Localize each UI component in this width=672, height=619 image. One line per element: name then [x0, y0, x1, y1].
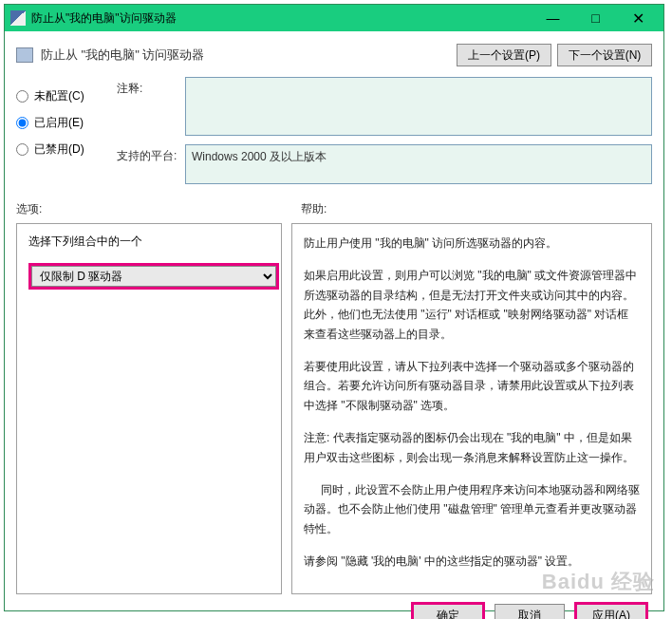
radio-disabled-label: 已禁用(D)	[34, 141, 84, 158]
minimize-button[interactable]: —	[532, 5, 574, 31]
gp-editor-window: 防止从"我的电脑"访问驱动器 — □ ✕ 防止从 "我的电脑" 访问驱动器 上一…	[4, 4, 664, 611]
close-button[interactable]: ✕	[617, 5, 660, 31]
help-p0: 防止用户使用 "我的电脑" 访问所选驱动器的内容。	[304, 234, 640, 253]
panes-labels: 选项: 帮助:	[16, 201, 652, 217]
options-pane: 选择下列组合中的一个 仅限制 D 驱动器	[16, 223, 282, 594]
platform-row: 支持的平台: Windows 2000 及以上版本	[117, 144, 652, 184]
radio-enabled-label: 已启用(E)	[34, 115, 84, 131]
help-p1: 如果启用此设置，则用户可以浏览 "我的电脑" 或文件资源管理器中所选驱动器的目录…	[304, 266, 640, 344]
help-p4: 同时，此设置不会防止用户使用程序来访问本地驱动器和网络驱动器。也不会防止他们使用…	[304, 480, 640, 538]
radio-not-configured-input[interactable]	[16, 90, 28, 103]
radio-not-configured[interactable]: 未配置(C)	[16, 83, 107, 109]
help-pane[interactable]: 防止用户使用 "我的电脑" 访问所选驱动器的内容。 如果启用此设置，则用户可以浏…	[291, 223, 652, 594]
window-title: 防止从"我的电脑"访问驱动器	[31, 10, 532, 27]
annotation-label: 注释:	[117, 77, 185, 97]
options-label: 选项:	[16, 201, 301, 217]
policy-title: 防止从 "我的电脑" 访问驱动器	[41, 47, 451, 64]
titlebar[interactable]: 防止从"我的电脑"访问驱动器 — □ ✕	[5, 5, 663, 31]
next-setting-button[interactable]: 下一个设置(N)	[557, 44, 652, 66]
mid-column: 注释: 支持的平台: Windows 2000 及以上版本	[117, 77, 652, 184]
help-label: 帮助:	[301, 201, 652, 217]
radio-not-configured-label: 未配置(C)	[34, 88, 84, 104]
cancel-button[interactable]: 取消	[495, 604, 565, 619]
radio-column: 未配置(C) 已启用(E) 已禁用(D)	[16, 77, 107, 184]
app-icon	[10, 10, 26, 26]
config-area: 未配置(C) 已启用(E) 已禁用(D) 注释:	[16, 77, 652, 184]
radio-enabled-input[interactable]	[16, 117, 28, 129]
client-area: 防止从 "我的电脑" 访问驱动器 上一个设置(P) 下一个设置(N) 未配置(C…	[5, 31, 663, 619]
drive-combo[interactable]: 仅限制 D 驱动器	[31, 266, 276, 287]
platform-box: Windows 2000 及以上版本	[185, 144, 652, 184]
radio-disabled[interactable]: 已禁用(D)	[16, 136, 107, 162]
prev-setting-button[interactable]: 上一个设置(P)	[457, 44, 551, 66]
policy-icon	[16, 47, 33, 63]
ok-button[interactable]: 确定	[411, 602, 485, 619]
maximize-button[interactable]: □	[574, 5, 617, 31]
help-p2: 若要使用此设置，请从下拉列表中选择一个驱动器或多个驱动器的组合。若要允许访问所有…	[304, 357, 640, 415]
annotation-row: 注释:	[117, 77, 652, 139]
drive-combo-highlight: 仅限制 D 驱动器	[28, 263, 279, 290]
options-choose-label: 选择下列组合中的一个	[28, 234, 270, 250]
footer: 确定 取消 应用(A)	[16, 594, 652, 619]
annotation-textarea[interactable]	[185, 77, 652, 136]
help-p3: 注意: 代表指定驱动器的图标仍会出现在 "我的电脑" 中，但是如果用户双击这些图…	[304, 428, 640, 467]
header-row: 防止从 "我的电脑" 访问驱动器 上一个设置(P) 下一个设置(N)	[16, 39, 652, 71]
apply-button[interactable]: 应用(A)	[574, 602, 648, 619]
radio-enabled[interactable]: 已启用(E)	[16, 109, 107, 136]
panes: 选择下列组合中的一个 仅限制 D 驱动器 防止用户使用 "我的电脑" 访问所选驱…	[16, 223, 652, 594]
platform-label: 支持的平台:	[117, 144, 185, 164]
radio-disabled-input[interactable]	[16, 143, 28, 156]
help-p5: 请参阅 "隐藏 '我的电脑' 中的这些指定的驱动器" 设置。	[304, 552, 640, 571]
